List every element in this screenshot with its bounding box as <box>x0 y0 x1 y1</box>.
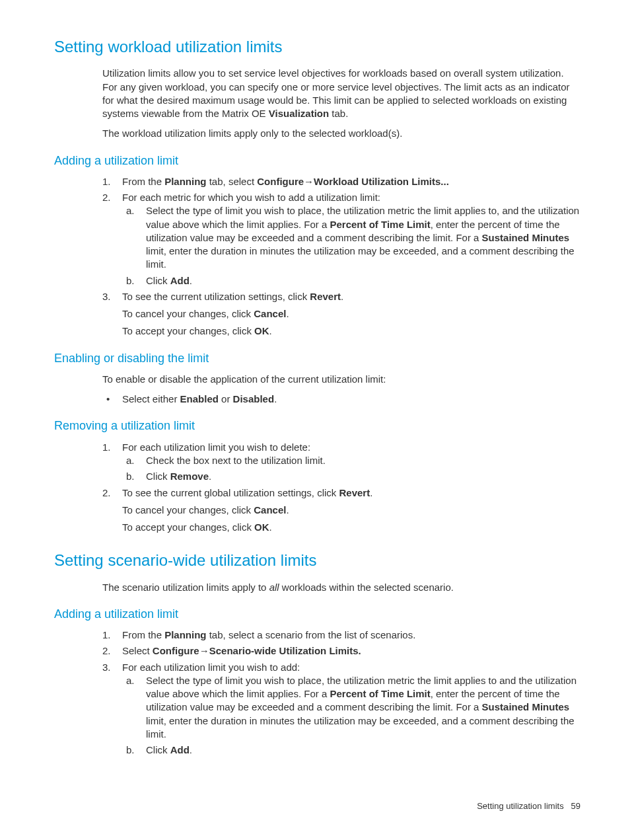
intro-paragraph-1: Utilization limits allow you to set serv… <box>102 67 580 120</box>
list-item: b.Click Add. <box>126 744 580 757</box>
continuation-text: To accept your changes, click OK. <box>122 521 580 534</box>
list-item: 2.For each metric for which you wish to … <box>102 191 580 287</box>
paragraph: To enable or disable the application of … <box>102 373 580 386</box>
page-number: 59 <box>571 801 580 811</box>
heading-adding-utilization-limit: Adding a utilization limit <box>54 153 580 169</box>
continuation-text: To accept your changes, click OK. <box>122 325 580 338</box>
continuation-text: To cancel your changes, click Cancel. <box>122 504 580 517</box>
footer-title: Setting utilization limits <box>477 801 564 811</box>
list-item: 1.From the Planning tab, select a scenar… <box>102 629 580 642</box>
list-item: a.Select the type of limit you wish to p… <box>126 674 580 741</box>
list-item: 3.For each utilization limit you wish to… <box>102 661 580 757</box>
heading-adding-utilization-limit-2: Adding a utilization limit <box>54 606 580 622</box>
paragraph: The scenario utilization limits apply to… <box>102 581 580 594</box>
heading-setting-scenario-wide-limits: Setting scenario-wide utilization limits <box>54 550 580 571</box>
list-item: 1.For each utilization limit you wish to… <box>102 441 580 484</box>
heading-enabling-disabling-limit: Enabling or disabling the limit <box>54 350 580 366</box>
list-item: 1.From the Planning tab, select Configur… <box>102 175 580 188</box>
heading-removing-utilization-limit: Removing a utilization limit <box>54 418 580 434</box>
intro-paragraph-2: The workload utilization limits apply on… <box>102 127 580 140</box>
list-item: 2.To see the current global utilization … <box>102 486 580 500</box>
list-item: b.Click Add. <box>126 274 580 287</box>
continuation-text: To cancel your changes, click Cancel. <box>122 307 580 321</box>
list-item: 2.Select Configure→Scenario-wide Utiliza… <box>102 644 580 658</box>
list-item: 3.To see the current utilization setting… <box>102 290 580 303</box>
list-item: Select either Enabled or Disabled. <box>102 393 580 406</box>
list-item: a.Select the type of limit you wish to p… <box>126 204 580 271</box>
list-item: b.Click Remove. <box>126 470 580 483</box>
page-footer: Setting utilization limits 59 <box>477 800 580 812</box>
heading-setting-workload-utilization-limits: Setting workload utilization limits <box>54 36 580 57</box>
list-item: a.Check the box next to the utilization … <box>126 454 580 467</box>
